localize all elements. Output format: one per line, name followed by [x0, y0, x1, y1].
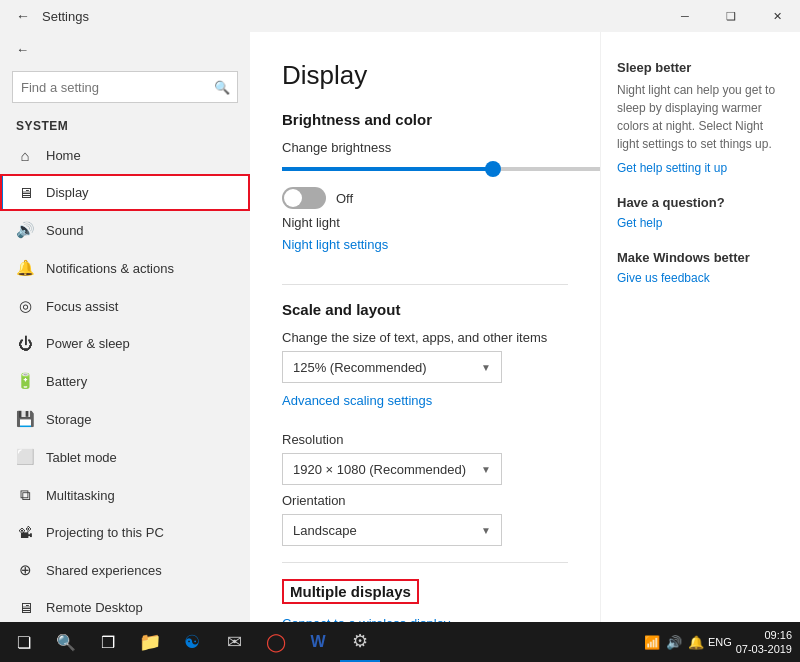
sidebar-item-multitasking[interactable]: ⧉ Multitasking: [0, 476, 250, 514]
sidebar: ← 🔍 System ⌂ Home 🖥 Display 🔊 Sound 🔔 No…: [0, 32, 250, 622]
resolution-value: 1920 × 1080 (Recommended): [293, 462, 466, 477]
sidebar-section-label: System: [0, 111, 250, 137]
sidebar-item-storage[interactable]: 💾 Storage: [0, 400, 250, 438]
night-light-label: Night light: [282, 215, 340, 230]
sidebar-item-label: Display: [46, 185, 89, 200]
sidebar-item-label: Tablet mode: [46, 450, 117, 465]
back-icon[interactable]: ←: [12, 4, 34, 28]
search-button[interactable]: 🔍: [46, 622, 86, 662]
feedback-link[interactable]: Give us feedback: [617, 271, 710, 285]
sidebar-item-label: Battery: [46, 374, 87, 389]
search-icon: 🔍: [56, 633, 76, 652]
sleep-better-section: Sleep better Night light can help you ge…: [617, 60, 784, 175]
night-light-settings-link[interactable]: Night light settings: [282, 237, 388, 252]
sidebar-item-shared[interactable]: ⊕ Shared experiences: [0, 551, 250, 589]
get-help-link[interactable]: Get help: [617, 216, 662, 230]
wireless-display-link[interactable]: Connect to a wireless display: [282, 616, 450, 622]
titlebar-left: ← Settings: [12, 4, 89, 28]
divider-2: [282, 562, 568, 563]
page-title: Display: [282, 60, 568, 91]
main-content: Display Brightness and color Change brig…: [250, 32, 600, 622]
sidebar-item-remote[interactable]: 🖥 Remote Desktop: [0, 589, 250, 622]
settings-icon: ⚙: [352, 630, 368, 652]
question-title: Have a question?: [617, 195, 784, 210]
sidebar-search-container: 🔍: [12, 71, 238, 103]
sidebar-item-label: Home: [46, 148, 81, 163]
sidebar-item-sound[interactable]: 🔊 Sound: [0, 211, 250, 249]
word-icon: W: [310, 633, 325, 651]
right-panel: Sleep better Night light can help you ge…: [600, 32, 800, 622]
scale-value: 125% (Recommended): [293, 360, 427, 375]
titlebar: ← Settings ─ ❑ ✕: [0, 0, 800, 32]
taskbar-file-explorer[interactable]: 📁: [130, 622, 170, 662]
slider-thumb[interactable]: [485, 161, 501, 177]
divider-1: [282, 284, 568, 285]
sidebar-item-label: Remote Desktop: [46, 600, 143, 615]
resolution-dropdown[interactable]: 1920 × 1080 (Recommended) ▼: [282, 453, 502, 485]
sidebar-item-power[interactable]: ⏻ Power & sleep: [0, 325, 250, 362]
chevron-down-icon-2: ▼: [481, 464, 491, 475]
task-view-button[interactable]: ❒: [88, 622, 128, 662]
multiple-displays-section: Multiple displays Connect to a wireless …: [282, 579, 568, 622]
sidebar-back-icon: ←: [16, 42, 29, 57]
mail-icon: ✉: [227, 631, 242, 653]
sidebar-item-battery[interactable]: 🔋 Battery: [0, 362, 250, 400]
toggle-knob: [284, 189, 302, 207]
sidebar-item-tablet[interactable]: ⬜ Tablet mode: [0, 438, 250, 476]
battery-icon: 🔋: [16, 372, 34, 390]
minimize-button[interactable]: ─: [662, 0, 708, 32]
sidebar-item-label: Shared experiences: [46, 563, 162, 578]
volume-icon: 🔊: [666, 635, 682, 650]
sidebar-item-home[interactable]: ⌂ Home: [0, 137, 250, 174]
brightness-slider[interactable]: [282, 167, 568, 171]
sidebar-item-label: Notifications & actions: [46, 261, 174, 276]
sidebar-item-label: Power & sleep: [46, 336, 130, 351]
night-light-toggle[interactable]: [282, 187, 326, 209]
taskbar-mail[interactable]: ✉: [214, 622, 254, 662]
orientation-dropdown[interactable]: Landscape ▼: [282, 514, 502, 546]
night-light-row: Off: [282, 187, 568, 209]
notification-icon[interactable]: 🔔: [688, 635, 704, 650]
taskbar-system-icons: 📶 🔊 🔔: [644, 635, 704, 650]
titlebar-title: Settings: [42, 9, 89, 24]
task-view-icon: ❒: [101, 633, 115, 652]
sidebar-item-notifications[interactable]: 🔔 Notifications & actions: [0, 249, 250, 287]
sidebar-item-display[interactable]: 🖥 Display: [0, 174, 250, 211]
sleep-better-link[interactable]: Get help setting it up: [617, 161, 727, 175]
taskbar-settings[interactable]: ⚙: [340, 622, 380, 662]
sidebar-item-label: Storage: [46, 412, 92, 427]
sidebar-item-projecting[interactable]: 📽 Projecting to this PC: [0, 514, 250, 551]
shared-icon: ⊕: [16, 561, 34, 579]
sidebar-item-label: Multitasking: [46, 488, 115, 503]
taskbar-right: 📶 🔊 🔔 ENG 09:16 07-03-2019: [644, 628, 796, 657]
resolution-label: Resolution: [282, 432, 568, 447]
search-input[interactable]: [12, 71, 238, 103]
search-icon: 🔍: [214, 80, 230, 95]
sidebar-back-button[interactable]: ←: [0, 32, 250, 67]
home-icon: ⌂: [16, 147, 34, 164]
storage-icon: 💾: [16, 410, 34, 428]
scale-dropdown[interactable]: 125% (Recommended) ▼: [282, 351, 502, 383]
advanced-scaling-link[interactable]: Advanced scaling settings: [282, 393, 432, 408]
taskbar-word[interactable]: W: [298, 622, 338, 662]
tablet-icon: ⬜: [16, 448, 34, 466]
close-button[interactable]: ✕: [754, 0, 800, 32]
sidebar-item-focus[interactable]: ◎ Focus assist: [0, 287, 250, 325]
remote-icon: 🖥: [16, 599, 34, 616]
sleep-better-title: Sleep better: [617, 60, 784, 75]
taskbar-edge[interactable]: ☯: [172, 622, 212, 662]
restore-button[interactable]: ❑: [708, 0, 754, 32]
scale-label: Change the size of text, apps, and other…: [282, 330, 568, 345]
question-section: Have a question? Get help: [617, 195, 784, 230]
focus-icon: ◎: [16, 297, 34, 315]
scale-layout-title: Scale and layout: [282, 301, 568, 318]
start-button[interactable]: ❏: [4, 622, 44, 662]
taskbar-lang: ENG: [708, 636, 732, 648]
brightness-label: Change brightness: [282, 140, 568, 155]
sound-icon: 🔊: [16, 221, 34, 239]
windows-better-title: Make Windows better: [617, 250, 784, 265]
app-body: ← 🔍 System ⌂ Home 🖥 Display 🔊 Sound 🔔 No…: [0, 32, 800, 622]
chevron-down-icon-3: ▼: [481, 525, 491, 536]
night-light-state: Off: [336, 191, 353, 206]
taskbar-chrome[interactable]: ◯: [256, 622, 296, 662]
